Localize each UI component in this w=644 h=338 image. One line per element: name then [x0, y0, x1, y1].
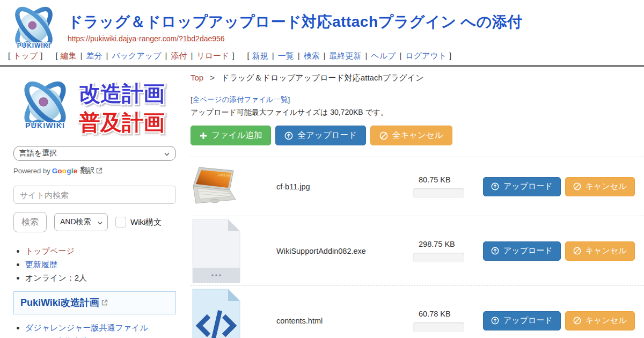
language-select[interactable]: 言語を選択 — [13, 146, 176, 161]
cancel-button[interactable]: キャンセル — [565, 177, 635, 196]
bracket: ] — [288, 95, 290, 104]
nav-link-attach[interactable]: 添付 — [171, 51, 187, 60]
arrow-circle-up-icon — [491, 182, 499, 190]
google-logo-text: Google — [52, 167, 78, 175]
banner-line1: 改造計画 — [79, 82, 165, 105]
arrow-circle-up-icon — [491, 317, 499, 325]
arrow-circle-up-icon — [284, 131, 293, 140]
pipe-separator: | — [361, 51, 371, 60]
file-row: WikiSupportAddin082.exe 298.75 KB アップロード… — [191, 216, 644, 285]
nav-link-list[interactable]: 一覧 — [278, 51, 294, 60]
banner-line2: 普及計画 — [78, 111, 165, 134]
ban-icon — [573, 317, 581, 325]
max-upload-size-text: アップロード可能最大ファイルサイズは 30,720KB です。 — [191, 108, 644, 117]
language-select-value: 言語を選択 — [19, 149, 57, 158]
wiki-syntax-option: Wiki構文 — [115, 217, 162, 227]
file-size: 60.78 KB — [413, 310, 451, 318]
file-size: 80.75 KB — [413, 175, 451, 184]
external-link-icon — [101, 299, 108, 306]
nav-link-edit[interactable]: 編集 — [61, 51, 77, 60]
bracket: ] — [229, 51, 237, 60]
cancel-button[interactable]: キャンセル — [565, 311, 635, 330]
upload-toolbar: ファイル追加 全アップロード 全キャンセル — [191, 126, 644, 145]
wiki-syntax-label: Wiki構文 — [130, 217, 162, 227]
add-files-button[interactable]: ファイル追加 — [191, 126, 271, 145]
upload-button[interactable]: アップロード — [483, 241, 561, 261]
pipe-separator: | — [294, 51, 304, 60]
bracket: [ — [5, 51, 13, 60]
file-name: contents.html — [276, 317, 413, 325]
sidebar-link-common-files[interactable]: ダジャレンジャー版共通ファイル — [25, 323, 148, 332]
wiki-syntax-checkbox[interactable] — [115, 217, 126, 227]
generic-file-icon — [191, 218, 242, 284]
nav-link-help[interactable]: ヘルプ — [371, 51, 396, 60]
search-button[interactable]: 検索 — [13, 212, 47, 232]
all-pages-attach-list-link[interactable]: 全ページの添付ファイル一覧 — [193, 95, 288, 104]
sidebar-link-toppage[interactable]: トップページ — [25, 246, 75, 255]
upload-progress-bar — [413, 253, 464, 262]
file-name: cf-b11.jpg — [276, 182, 413, 191]
laptop-photo-thumbnail: Let's note — [191, 166, 240, 208]
top-navigation: [トップ][編集|差分|バックアップ|添付|リロード][新規|一覧|検索|最終更… — [5, 51, 454, 61]
pukiwiki-atom-logo[interactable]: PUKIWIKI — [6, 2, 61, 52]
online-status: オンライン：2人 — [25, 272, 178, 284]
page-url: https://pukiwiki.dajya-ranger.com/?1bd2d… — [68, 34, 225, 43]
nav-link-reload[interactable]: リロード — [196, 51, 229, 60]
pipe-separator: | — [102, 51, 112, 60]
pukiwiki-attach-page: PUKIWIKI ドラッグ＆ドロップアップロード対応attachプラグイン への… — [0, 0, 644, 338]
pipe-separator: | — [396, 51, 405, 60]
sidebar-banner-pukiwiki-kaizou[interactable]: PUKIWIKI 改造計画 普及計画 — [13, 75, 176, 138]
breadcrumb: Top > ドラッグ＆ドロップアップロード対応attachプラグイン — [191, 73, 644, 83]
sidebar-link-recent-changes[interactable]: 更新履歴 — [25, 260, 57, 269]
breadcrumb-current: ドラッグ＆ドロップアップロード対応attachプラグイン — [221, 73, 423, 82]
pipe-separator: | — [187, 51, 196, 60]
bracket: ] — [38, 51, 45, 60]
code-file-icon — [191, 288, 242, 338]
breadcrumb-separator: > — [210, 73, 215, 82]
upload-progress-bar — [413, 188, 464, 198]
file-row: Let's note cf-b11.jpg 80.75 KB — [191, 157, 644, 216]
nav-link-diff[interactable]: 差分 — [86, 51, 102, 60]
header: PUKIWIKI ドラッグ＆ドロップアップロード対応attachプラグイン への… — [0, 0, 644, 67]
sidebar-link-pukiwiki-kaizou[interactable]: PukiWiki改造計画 — [20, 297, 99, 308]
pipe-separator: | — [268, 51, 278, 60]
nav-link-logout[interactable]: ログアウト — [405, 51, 447, 60]
sidebar: PUKIWIKI 改造計画 普及計画 言語を選択 Powered by Goog… — [0, 67, 185, 338]
bracket: [ — [53, 51, 60, 60]
arrow-circle-up-icon — [491, 247, 499, 255]
pipe-separator: | — [162, 51, 171, 60]
cancel-button[interactable]: キャンセル — [565, 241, 635, 261]
bracket: [ — [245, 51, 252, 60]
search-mode-select[interactable]: AND検索 — [54, 213, 108, 231]
nav-link-top[interactable]: トップ — [13, 51, 38, 60]
powered-by-label: Powered by — [13, 167, 50, 175]
upload-all-button[interactable]: 全アップロード — [275, 126, 365, 145]
pipe-separator: | — [320, 51, 330, 60]
logo-brand-text: PUKIWIKI — [17, 42, 50, 49]
nav-link-backup[interactable]: バックアップ — [112, 51, 161, 60]
pipe-separator: | — [77, 51, 86, 60]
external-link-icon — [96, 167, 103, 174]
main-content: Top > ドラッグ＆ドロップアップロード対応attachプラグイン [全ページ… — [185, 67, 644, 338]
nav-link-new[interactable]: 新規 — [252, 51, 268, 60]
svg-text:PUKIWIKI: PUKIWIKI — [25, 121, 65, 130]
pukiwiki-kaizou-box: PukiWiki改造計画 — [13, 291, 176, 314]
chevron-down-icon — [164, 151, 170, 157]
breadcrumb-home[interactable]: Top — [191, 73, 203, 82]
ban-icon — [573, 247, 581, 255]
list-item: 更新履歴 — [25, 259, 178, 270]
cancel-all-button[interactable]: 全キャンセル — [370, 126, 452, 145]
search-mode-value: AND検索 — [60, 217, 91, 227]
upload-button[interactable]: アップロード — [483, 311, 561, 330]
nav-link-search[interactable]: 検索 — [304, 51, 320, 60]
list-item: ダジャレンジャー版共通ファイル — [25, 322, 178, 334]
site-search-input[interactable] — [13, 186, 176, 204]
upload-button[interactable]: アップロード — [483, 177, 561, 196]
nav-link-recent[interactable]: 最終更新 — [329, 51, 361, 60]
upload-file-list: Let's note cf-b11.jpg 80.75 KB — [191, 157, 644, 338]
ban-icon — [573, 182, 581, 190]
plus-icon — [200, 132, 207, 139]
translate-label: 翻訳 — [80, 166, 94, 175]
bracket: ] — [447, 51, 454, 60]
page-title: ドラッグ＆ドロップアップロード対応attachプラグイン への添付 — [68, 12, 523, 32]
